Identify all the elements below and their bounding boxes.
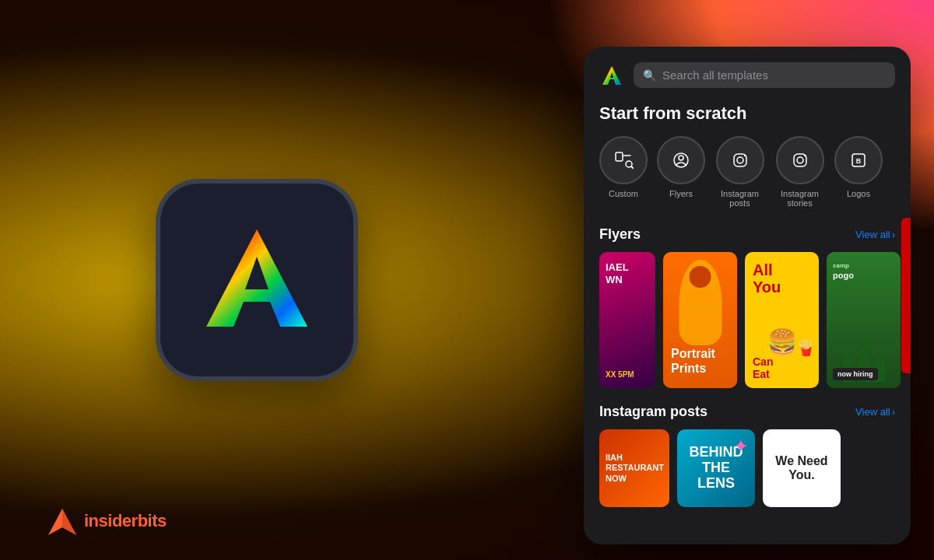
start-scratch-title: Start from scratch [599, 103, 895, 124]
svg-rect-3 [616, 152, 623, 161]
instagram-posts-label: Instagram posts [715, 189, 765, 208]
flyer-card-4-badge: camp pogo [833, 260, 854, 282]
instagram-posts-icon [730, 150, 750, 170]
instagram-stories-label: Instagram stories [774, 189, 825, 208]
svg-point-11 [743, 155, 745, 156]
instagram-section-header: Instagram posts View all › [599, 404, 895, 420]
panel-inner: 🔍 Search all templates Start from scratc… [584, 47, 911, 544]
logos-icon: B [848, 150, 869, 170]
portrait-person [679, 260, 722, 345]
flyer-card-2-text: PortraitPrints [671, 346, 715, 376]
brand-logo: insiderbits [47, 506, 167, 537]
svg-marker-1 [62, 509, 76, 535]
search-input-placeholder: Search all templates [662, 68, 768, 82]
flyer-card-2[interactable]: PortraitPrints [663, 252, 737, 388]
flyers-icon [671, 150, 691, 170]
svg-text:B: B [856, 157, 862, 165]
flyers-view-all[interactable]: View all › [855, 229, 895, 240]
red-edge-strip [901, 218, 911, 373]
app-icon-wrapper [156, 179, 358, 381]
instagram-cards-row: IIAHRESTAURANTNOW BEHINDTHELENS ✦ We Nee… [599, 429, 895, 507]
custom-circle [599, 136, 648, 184]
flyers-section-header: Flyers View all › [599, 226, 895, 243]
flyer-card-3-bottom: CanEat [753, 356, 773, 380]
flyers-label: Flyers [669, 189, 693, 198]
ig-card-1-text: IIAHRESTAURANTNOW [606, 453, 663, 484]
custom-label: Custom [609, 189, 638, 198]
scratch-items-row: Custom Flyers [599, 136, 895, 208]
flyer-card-3[interactable]: AllYou 🍔 🍟 CanEat [745, 252, 819, 388]
scratch-item-logos[interactable]: B Logos [834, 136, 883, 208]
panel-header: 🔍 Search all templates [599, 62, 895, 88]
flyers-section: Flyers View all › IAELWN XX 5PM [599, 226, 895, 388]
svg-line-6 [631, 166, 633, 168]
ig-card-we-need-you[interactable]: We NeedYou. [763, 429, 841, 507]
logos-label: Logos [847, 189, 870, 198]
fries-emoji: 🍟 [796, 338, 816, 357]
orange-slice [686, 289, 715, 303]
svg-point-14 [803, 155, 805, 156]
adobe-logo-small [599, 63, 624, 88]
flyers-section-title: Flyers [599, 226, 641, 243]
flyers-circle [657, 136, 705, 184]
instagram-stories-circle [776, 136, 824, 184]
person-head [690, 266, 711, 288]
scratch-item-instagram-posts[interactable]: Instagram posts [715, 136, 765, 208]
flyers-cards-row: IAELWN XX 5PM PortraitPrints [599, 252, 895, 388]
brand-container: insiderbits [47, 506, 167, 537]
ig-card-restaurant[interactable]: IIAHRESTAURANTNOW [599, 429, 669, 507]
svg-point-10 [737, 157, 743, 163]
brand-name-part2: bits [138, 511, 167, 530]
ig-card-behind-lens[interactable]: BEHINDTHELENS ✦ [677, 429, 755, 507]
instagram-view-all[interactable]: View all › [855, 406, 895, 418]
instagram-section-title: Instagram posts [599, 404, 708, 420]
custom-icon [613, 150, 634, 170]
svg-point-8 [679, 156, 683, 160]
flyer-card-3-text: AllYou [753, 261, 781, 296]
pink-star-decoration: ✦ [733, 436, 749, 457]
logos-circle: B [834, 136, 883, 184]
app-icon [156, 179, 358, 381]
instagram-stories-icon [790, 150, 810, 170]
scratch-item-instagram-stories[interactable]: Instagram stories [774, 136, 825, 208]
burger-emoji: 🍔 [767, 327, 798, 357]
flyer-card-4-now-hiring: now hiring [833, 368, 878, 380]
instagram-posts-section: Instagram posts View all › IIAHRESTAURAN… [599, 404, 895, 507]
search-bar[interactable]: 🔍 Search all templates [634, 62, 895, 88]
ig-card-3-text: We NeedYou. [769, 448, 834, 488]
flyer-card-4[interactable]: camp pogo now hiring [827, 252, 901, 388]
start-from-scratch-section: Start from scratch Custom [599, 103, 895, 208]
scratch-item-custom[interactable]: Custom [599, 136, 648, 208]
app-logo-svg [195, 218, 319, 342]
brand-name-part1: insider [84, 511, 138, 530]
brand-icon [47, 506, 78, 537]
scratch-item-flyers[interactable]: Flyers [657, 136, 705, 208]
instagram-posts-circle [716, 136, 764, 184]
brand-name: insiderbits [84, 511, 167, 531]
svg-point-13 [797, 157, 803, 163]
app-panel: 🔍 Search all templates Start from scratc… [584, 47, 911, 544]
flyer-card-1[interactable]: IAELWN XX 5PM [599, 252, 655, 388]
flyer-card-1-text-bottom: XX 5PM [606, 370, 634, 379]
flyer-card-1-text-top: IAELWN [606, 261, 629, 285]
search-icon: 🔍 [643, 69, 656, 82]
